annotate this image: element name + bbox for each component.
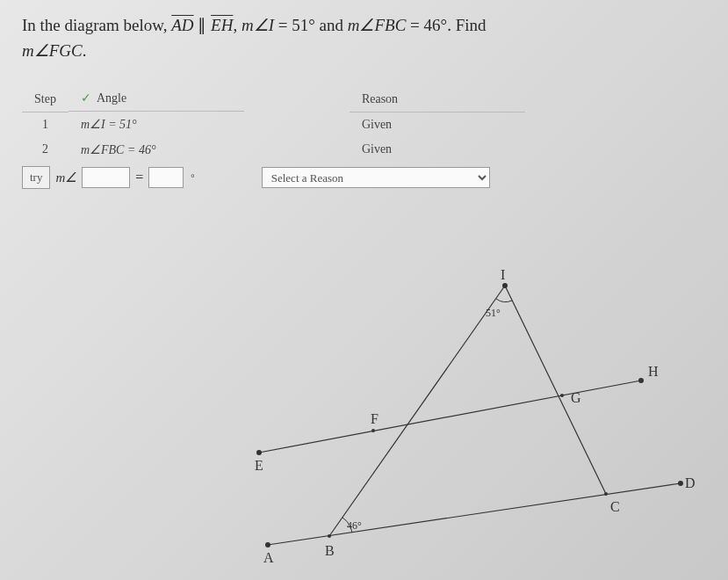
- label-B: B: [325, 543, 335, 558]
- reason-column: Reason Given Given: [350, 87, 525, 162]
- point-B-dot: [328, 534, 331, 538]
- angle-column: ✓Angle m∠I = 51° m∠FBC = 46°: [68, 85, 244, 163]
- angle-FBC-lhs: m∠FBC: [348, 16, 407, 34]
- header-reason: Reason: [350, 87, 525, 112]
- angle-arc-I: [496, 299, 512, 302]
- proof-table: Step 1 2 ✓Angle m∠I = 51° m∠FBC = 46° Re…: [22, 85, 706, 163]
- point-D-dot: [678, 481, 683, 486]
- row-2-angle: m∠FBC = 46°: [68, 137, 244, 163]
- label-D: D: [685, 475, 696, 490]
- label-A: A: [263, 550, 274, 565]
- angle-FBC-value: 46°: [424, 16, 448, 34]
- segment-AD: AD: [171, 16, 193, 34]
- point-F-dot: [371, 429, 375, 432]
- point-C-dot: [604, 492, 608, 496]
- header-step: Step: [22, 87, 68, 112]
- input-row: try m∠ = ° Select a Reason: [22, 166, 706, 189]
- step-column: Step 1 2: [22, 87, 68, 162]
- label-F: F: [371, 411, 378, 426]
- point-A-dot: [265, 542, 270, 547]
- parallel-symbol: ∥: [194, 16, 212, 34]
- try-button[interactable]: try: [22, 166, 50, 189]
- label-C: C: [610, 499, 620, 514]
- angle-value-input[interactable]: [148, 167, 184, 188]
- equals-sign: =: [135, 170, 143, 185]
- segment-EH: EH: [211, 16, 233, 34]
- line-EH: [259, 381, 641, 453]
- row-1-reason: Given: [350, 112, 525, 137]
- point-G-dot: [560, 394, 564, 397]
- header-angle: ✓Angle: [68, 85, 244, 112]
- problem-statement: In the diagram below, AD ∥ EH, m∠I = 51°…: [22, 13, 706, 63]
- row-2-reason: Given: [350, 137, 525, 162]
- label-H: H: [648, 364, 659, 379]
- angle-I-lhs: m∠I: [241, 16, 274, 34]
- label-G: G: [571, 390, 581, 405]
- find-angle: m∠FGC: [22, 41, 83, 60]
- degree-symbol: °: [191, 172, 194, 183]
- point-H-dot: [638, 378, 644, 383]
- step-1: 1: [22, 112, 68, 137]
- geometry-diagram: A B C D E F G H I 51° 46°: [149, 264, 703, 571]
- angle-label-51: 51°: [486, 307, 501, 319]
- point-I-dot: [502, 283, 508, 288]
- label-I: I: [501, 267, 505, 282]
- angle-label-46: 46°: [347, 519, 362, 532]
- step-2: 2: [22, 137, 68, 162]
- text: In the diagram below,: [22, 16, 171, 34]
- angle-prefix: m∠: [55, 170, 76, 185]
- point-E-dot: [256, 450, 262, 455]
- reason-select[interactable]: Select a Reason: [262, 167, 490, 188]
- check-icon: ✓: [81, 91, 91, 105]
- label-E: E: [255, 458, 263, 473]
- angle-I-value: 51°: [292, 16, 315, 34]
- angle-name-input[interactable]: [82, 167, 130, 188]
- row-1-angle: m∠I = 51°: [68, 112, 244, 138]
